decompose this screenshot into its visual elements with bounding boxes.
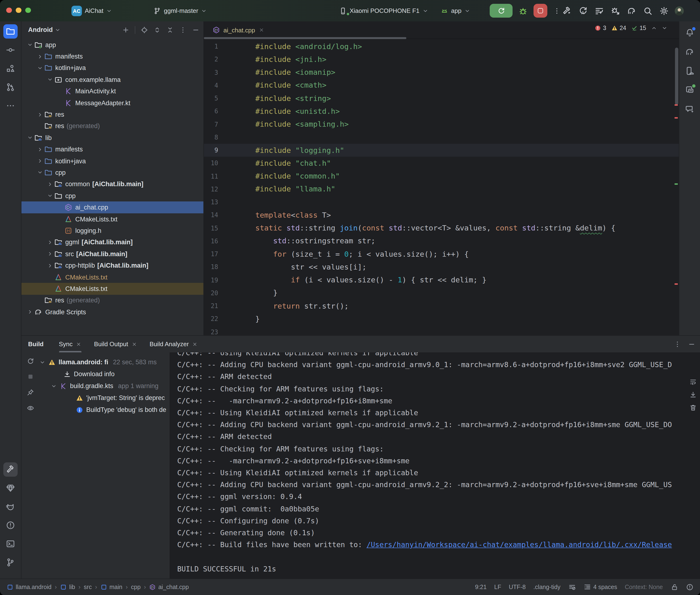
sync-tree-item[interactable]: Download info [39, 368, 170, 380]
caret-position[interactable]: 9:21 [475, 584, 486, 591]
stripe-button-running-devices[interactable] [685, 85, 694, 95]
stripe-button-device-manager[interactable] [685, 66, 694, 76]
sync-button[interactable] [27, 357, 34, 365]
editor[interactable]: C ai_chat.cpp 3 24 15 1#include <android… [204, 22, 678, 335]
sync-tree-item[interactable]: llama.android: fi22 sec, 583 ms [39, 356, 170, 368]
prev-problem-icon[interactable] [651, 25, 657, 31]
vcs-branch-selector[interactable]: ggml-master [153, 0, 207, 22]
profiler-button[interactable] [594, 6, 604, 16]
hide-button[interactable] [192, 26, 200, 34]
breadcrumb-item-llama.android[interactable]: llama.android [7, 584, 52, 591]
error-stripe-mark[interactable] [674, 117, 678, 119]
attach-debugger-button[interactable] [611, 6, 620, 16]
clang-tidy-widget[interactable]: .clang-tidy [533, 584, 560, 591]
minimize-window-button[interactable] [16, 7, 21, 13]
stripe-button-structure[interactable] [3, 61, 18, 76]
build-options-icon[interactable] [673, 340, 681, 348]
project-tree-item-MainActivity.kt[interactable]: MainActivity.kt [22, 85, 203, 97]
project-tree-item-cpp-httplib[interactable]: cpp-httplib[AiChat.lib.main] [22, 260, 203, 272]
project-tree-item-app[interactable]: app [22, 39, 203, 51]
collapse-all-button[interactable] [166, 26, 174, 34]
project-tree-item-logging.h[interactable]: Hlogging.h [22, 225, 203, 237]
close-tab-icon[interactable] [132, 341, 137, 347]
error-stripe-mark[interactable] [674, 283, 678, 285]
project-tree-item-res[interactable]: res(generated) [22, 294, 203, 306]
project-tree-item-com.example.llama[interactable]: com.example.llama [22, 74, 203, 85]
breadcrumb-item-lib[interactable]: lib [60, 584, 75, 591]
device-selector[interactable]: Xiaomi POCOPHONE F1 [339, 0, 428, 22]
breadcrumb-item-src[interactable]: src [84, 584, 92, 591]
next-problem-icon[interactable] [662, 25, 667, 31]
project-tree-item-manifests[interactable]: manifests [22, 51, 203, 62]
project-tree-item-res[interactable]: res(generated) [22, 120, 203, 132]
context-widget[interactable]: Context: None [625, 584, 663, 591]
stripe-button-terminal[interactable] [3, 537, 18, 551]
project-tree-item-cpp[interactable]: cpp [22, 167, 203, 178]
options-button[interactable] [179, 26, 187, 34]
soft-wrap-button[interactable] [689, 378, 697, 386]
project-tree-item-src[interactable]: src[AiChat.lib.main] [22, 248, 203, 260]
run-with-coverage-button[interactable]: A [578, 6, 588, 16]
close-tab-icon[interactable] [76, 341, 82, 347]
close-tab-icon[interactable] [192, 341, 198, 347]
project-selector[interactable]: AC AiChat [72, 0, 112, 22]
stripe-button-more[interactable] [3, 98, 18, 113]
project-tree-item-MessageAdapter.kt[interactable]: MessageAdapter.kt [22, 97, 203, 109]
stripe-button-app-insights[interactable] [3, 481, 18, 495]
stripe-button-version-control[interactable] [3, 555, 18, 569]
stripe-button-notifications[interactable] [685, 28, 694, 38]
formatter-icon[interactable] [568, 583, 576, 591]
stop-button[interactable] [27, 373, 34, 380]
close-window-button[interactable] [6, 7, 12, 13]
hide-build-panel-icon[interactable] [688, 340, 695, 348]
build-tab-build-analyzer[interactable]: Build Analyzer [149, 336, 198, 352]
clear-button[interactable] [689, 404, 697, 412]
preview-button[interactable] [27, 404, 34, 412]
profile-avatar[interactable] [674, 0, 684, 22]
sync-tree-item[interactable]: 'jvmTarget: String' is deprec [39, 392, 170, 404]
stripe-button-logcat[interactable] [3, 500, 18, 514]
build-output-path-link[interactable]: /Users/hanyin/Workspace/ai-chat/examples… [367, 541, 672, 549]
error-stripe-mark[interactable] [674, 183, 678, 185]
project-tree-item-Gradle Scripts[interactable]: Gradle Scripts [22, 306, 203, 318]
debug-button[interactable] [518, 6, 528, 16]
stripe-button-problems[interactable] [3, 518, 18, 532]
gradle-sync-button[interactable] [627, 6, 636, 16]
lock-icon[interactable] [670, 583, 678, 591]
project-tree-item-ai_chat.cpp[interactable]: Cai_chat.cpp [22, 202, 203, 213]
inspections-icon[interactable] [686, 583, 693, 591]
project-tree-item-res[interactable]: res [22, 109, 203, 120]
line-ending[interactable]: LF [494, 584, 501, 591]
project-tree-item-ggml[interactable]: ggml[AiChat.lib.main] [22, 236, 203, 248]
stripe-button-pull-requests[interactable] [3, 80, 18, 94]
build-console[interactable]: C/C++: -- Using KleidiAI optimized kerne… [170, 352, 700, 578]
stripe-button-commit[interactable] [3, 43, 18, 57]
stripe-button-gradle[interactable] [685, 47, 694, 57]
breadcrumb-item-cpp[interactable]: cpp [131, 584, 141, 591]
project-tree-item-CMakeLists.txt[interactable]: CMakeLists.txt [22, 283, 203, 294]
zoom-window-button[interactable] [25, 7, 31, 13]
tab-ai-chat-cpp[interactable]: C ai_chat.cpp [213, 22, 264, 38]
pin-button[interactable] [27, 389, 34, 396]
build-tab-build-output[interactable]: Build Output [94, 336, 137, 352]
project-view-selector[interactable]: Android [28, 26, 53, 33]
breadcrumb-item-main[interactable]: main [101, 584, 122, 591]
expand-all-button[interactable] [153, 26, 161, 34]
add-button[interactable] [122, 26, 130, 34]
stop-button[interactable] [533, 4, 547, 18]
more-run-actions-button[interactable] [553, 7, 561, 15]
error-stripe-mark[interactable] [674, 104, 678, 106]
run-configuration-selector[interactable]: app [441, 0, 470, 22]
inspections-widget[interactable]: 3 24 15 [594, 25, 667, 31]
locate-button[interactable] [141, 26, 148, 34]
build-tab-sync[interactable]: Sync [59, 336, 82, 352]
settings-button[interactable] [659, 6, 669, 16]
scroll-to-end-button[interactable] [689, 391, 697, 399]
sync-tree-item[interactable]: BuildType 'debug' is both de [39, 404, 170, 416]
project-tree-item-common[interactable]: common[AiChat.lib.main] [22, 178, 203, 190]
stripe-button-gemini[interactable] [685, 104, 694, 114]
project-tree-item-lib[interactable]: lib [22, 132, 203, 144]
project-tree-item-kotlin+java[interactable]: kotlin+java [22, 155, 203, 167]
project-tree-item-CMakeLists.txt[interactable]: CMakeLists.txt [22, 213, 203, 225]
stripe-button-build[interactable] [3, 462, 18, 477]
